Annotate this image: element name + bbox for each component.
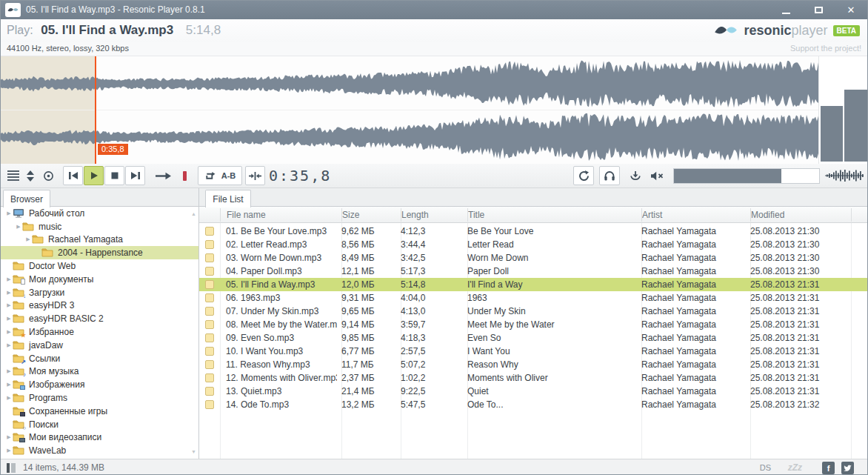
scroll-up-icon[interactable]: ▲: [189, 211, 198, 216]
expand-arrow-icon[interactable]: ▶: [5, 382, 13, 388]
facebook-icon[interactable]: f: [822, 462, 835, 474]
status-bar: 14 items, 144.39 MB DS zZz f: [1, 459, 867, 475]
folder-link-icon: ↗: [13, 353, 25, 364]
tree-item-label: WaveLab: [29, 445, 66, 456]
tree-item[interactable]: ▶javaDaw: [1, 339, 198, 352]
column-header[interactable]: Modified: [751, 207, 784, 223]
expand-arrow-icon[interactable]: ▶: [5, 290, 13, 296]
file-row[interactable]: 05. I'll Find a Way.mp312,0 МБ5:14,8I'll…: [199, 278, 867, 291]
spectrum-icon[interactable]: [823, 166, 866, 185]
expand-arrow-icon[interactable]: ▶: [5, 368, 13, 374]
loop-icon[interactable]: [204, 171, 216, 181]
file-row[interactable]: 03. Worn Me Down.mp38,49 МБ3:42,5Worn Me…: [199, 251, 867, 265]
cell-filename: 03. Worn Me Down.mp3: [226, 251, 337, 265]
queue-list-icon[interactable]: [5, 166, 21, 185]
tree-item[interactable]: Doctor Web: [1, 259, 198, 273]
tree-item[interactable]: ▶★Избранное: [1, 325, 198, 339]
tree-item[interactable]: ▶↓Загрузки: [1, 286, 198, 299]
volume-slider[interactable]: [673, 168, 820, 184]
tree-item[interactable]: ▶Рабочий стол: [1, 207, 198, 220]
next-track-button[interactable]: [125, 166, 145, 185]
previous-track-button[interactable]: [63, 166, 83, 185]
minimize-button[interactable]: [769, 1, 802, 19]
file-row[interactable]: 08. Meet Me by the Water.mp39,14 МБ3:59,…: [199, 318, 867, 331]
file-row[interactable]: 01. Be Be Your Love.mp39,62 МБ4:12,3Be B…: [199, 225, 867, 238]
column-header[interactable]: File name: [227, 207, 266, 223]
file-row[interactable]: 10. I Want You.mp36,77 МБ2:57,5I Want Yo…: [199, 345, 867, 358]
playhead-cursor[interactable]: [95, 56, 96, 164]
folder-image-icon: [13, 379, 25, 390]
play-button[interactable]: [84, 166, 104, 185]
sort-updown-icon[interactable]: [24, 166, 37, 185]
headphones-icon[interactable]: [599, 166, 620, 185]
expand-arrow-icon[interactable]: ▶: [5, 342, 13, 348]
seek-center-icon[interactable]: [245, 166, 265, 185]
stop-button[interactable]: [104, 166, 124, 185]
folder-docs-icon: [13, 274, 25, 285]
tree-item[interactable]: ▶Мои документы: [1, 273, 198, 286]
cell-size: 21,4 МБ: [341, 385, 398, 398]
expand-arrow-icon[interactable]: ▶: [24, 236, 32, 242]
close-button[interactable]: ✕: [835, 1, 867, 19]
stop-after-current-icon[interactable]: [179, 166, 190, 185]
tree-item[interactable]: ▶easyHDR 3: [1, 299, 198, 313]
file-row[interactable]: 12. Moments with Oliver.mp32,37 МБ1:02,2…: [199, 371, 867, 385]
tree-item[interactable]: ▶♪Моя музыка: [1, 365, 198, 379]
expand-arrow-icon[interactable]: ▶: [5, 276, 13, 282]
file-row[interactable]: 13. Quiet.mp321,4 МБ9:22,5QuietRachael Y…: [199, 385, 867, 398]
support-link[interactable]: Support the project!: [790, 41, 861, 56]
column-header[interactable]: Size: [342, 207, 359, 223]
column-header[interactable]: Length: [401, 207, 429, 223]
expand-arrow-icon[interactable]: ▶: [5, 210, 13, 216]
expand-arrow-icon[interactable]: ▶: [15, 224, 22, 230]
file-row[interactable]: 06. 1963.mp39,31 МБ4:04,01963Rachael Yam…: [199, 291, 867, 305]
tree-item[interactable]: ▶Rachael Yamagata: [1, 233, 198, 247]
continue-arrow-icon[interactable]: [151, 166, 175, 185]
titlebar[interactable]: 05. I'll Find a Way.mp3 - Resonic Player…: [1, 1, 867, 19]
tree-item[interactable]: ▶Мои видеозаписи: [1, 431, 198, 445]
tree-item[interactable]: ▶Изображения: [1, 378, 198, 391]
file-list-header[interactable]: File nameSizeLengthTitleArtistModified: [199, 207, 867, 223]
tree-item[interactable]: 2004 - Happenstance: [1, 246, 198, 259]
cell-artist: Rachael Yamagata: [641, 318, 747, 331]
file-row[interactable]: 02. Letter Read.mp38,56 МБ3:44,4Letter R…: [199, 238, 867, 251]
expand-arrow-icon[interactable]: ▶: [5, 434, 13, 440]
file-row[interactable]: 04. Paper Doll.mp312,1 МБ5:17,3Paper Dol…: [199, 265, 867, 278]
ds-indicator[interactable]: DS: [760, 459, 771, 475]
scroll-down-icon[interactable]: ▼: [189, 449, 198, 454]
brand-logo[interactable]: resonicplayer BETA: [714, 19, 860, 41]
tree-item[interactable]: ▶Programs: [1, 391, 198, 405]
expand-arrow-icon[interactable]: ▶: [5, 448, 13, 454]
twitter-icon[interactable]: [841, 462, 854, 474]
cell-modified: 25.08.2013 21:31: [750, 358, 848, 371]
cell-artist: Rachael Yamagata: [641, 225, 747, 238]
expand-arrow-icon[interactable]: ▶: [5, 395, 13, 401]
file-row[interactable]: 09. Even So.mp39,85 МБ4:18,3Even SoRacha…: [199, 331, 867, 345]
sleep-indicator[interactable]: zZz: [788, 459, 802, 475]
column-header[interactable]: Title: [468, 207, 484, 223]
file-row[interactable]: 07. Under My Skin.mp39,65 МБ4:13,0Under …: [199, 305, 867, 318]
download-icon[interactable]: [625, 166, 646, 185]
expand-arrow-icon[interactable]: ▶: [5, 316, 13, 322]
column-header[interactable]: Artist: [642, 207, 662, 223]
ab-repeat-button[interactable]: A-B: [221, 171, 236, 180]
tree-scrollbar[interactable]: ▲ ▼: [189, 207, 198, 459]
tree-item[interactable]: ○Поиски: [1, 418, 198, 431]
tree-item[interactable]: Сохраненные игры: [1, 405, 198, 418]
waveform-display[interactable]: 0:35,8: [1, 56, 818, 164]
file-row[interactable]: 14. Ode To.mp313,2 МБ5:47,5Ode To...Rach…: [199, 398, 867, 411]
expand-arrow-icon[interactable]: ▶: [5, 329, 13, 335]
tab-file-list[interactable]: File List: [205, 190, 251, 207]
refresh-icon[interactable]: [573, 166, 594, 185]
tab-browser[interactable]: Browser: [3, 190, 50, 207]
tree-item[interactable]: ▶easyHDR BASIC 2: [1, 312, 198, 325]
mute-icon[interactable]: [646, 166, 668, 185]
target-icon[interactable]: [40, 166, 56, 185]
subheader: 44100 Hz, stereo, lossy, 320 kbps Suppor…: [1, 41, 867, 56]
tree-item[interactable]: ↗Ссылки: [1, 352, 198, 365]
file-row[interactable]: 11. Reason Why.mp311,7 МБ5:07,2Reason Wh…: [199, 358, 867, 371]
tree-item[interactable]: ▶WaveLab: [1, 444, 198, 457]
tree-item[interactable]: ▶music: [1, 220, 198, 233]
expand-arrow-icon[interactable]: ▶: [5, 302, 13, 308]
maximize-button[interactable]: [802, 1, 835, 19]
